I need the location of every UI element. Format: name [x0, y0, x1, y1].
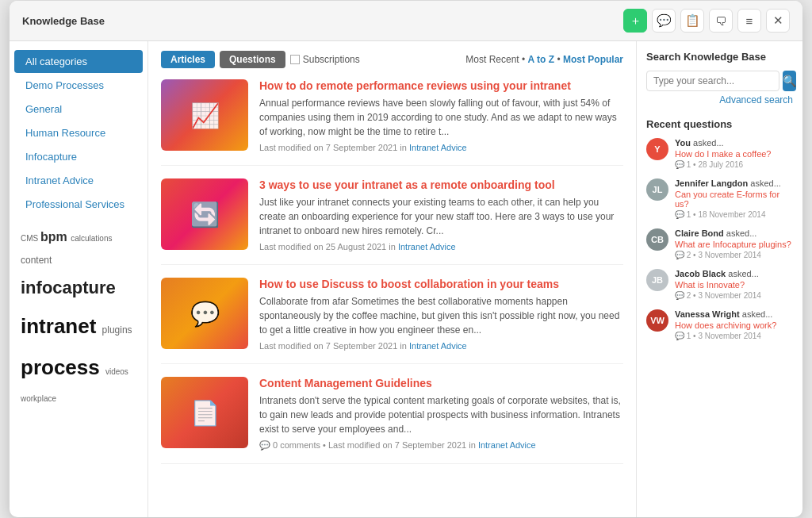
- tag-bpm[interactable]: bpm: [40, 230, 71, 244]
- question-asker: Jacob Black asked...: [675, 269, 793, 278]
- thumb-icon: 📄: [161, 377, 248, 448]
- article-title[interactable]: How to use Discuss to boost collaboratio…: [259, 278, 623, 290]
- list-button[interactable]: ≡: [737, 9, 761, 33]
- question-asker: Jennifer Langdon asked...: [675, 178, 793, 188]
- article-excerpt: Just like your intranet connects your ex…: [259, 195, 623, 238]
- search-input[interactable]: [646, 71, 779, 91]
- article-category-link[interactable]: Intranet Advice: [409, 341, 467, 351]
- subscriptions-checkbox[interactable]: [290, 55, 300, 64]
- chat-button[interactable]: 🗨: [709, 9, 733, 33]
- settings-button[interactable]: ✕: [766, 9, 790, 33]
- tag-content[interactable]: content: [21, 255, 52, 266]
- article-card: 💬 How to use Discuss to boost collaborat…: [161, 278, 623, 364]
- main-layout: All categories Demo Processes General Hu…: [10, 41, 802, 517]
- sort-popular[interactable]: Most Popular: [563, 54, 623, 65]
- tag-videos[interactable]: videos: [105, 367, 128, 376]
- article-title[interactable]: How to do remote performance reviews usi…: [259, 79, 623, 92]
- article-thumbnail: 📄: [161, 377, 248, 448]
- article-meta: Last modified on 7 September 2021 in Int…: [259, 341, 623, 351]
- article-category-link[interactable]: Intranet Advice: [478, 440, 536, 450]
- tag-cloud: CMS bpm calculations content infocapture…: [10, 217, 147, 416]
- article-body: 3 ways to use your intranet as a remote …: [259, 178, 623, 251]
- sidebar-item-general[interactable]: General: [14, 98, 143, 121]
- thumb-icon: 🔄: [161, 178, 248, 250]
- recent-questions-title: Recent questions: [646, 118, 793, 130]
- app-title: Knowledge Base: [22, 15, 105, 27]
- question-link[interactable]: Can you create E-forms for us?: [675, 190, 793, 209]
- question-link[interactable]: How do I make a coffee?: [675, 149, 793, 159]
- search-kb-title: Search Knowledge Base: [646, 51, 793, 63]
- article-title[interactable]: Content Management Guidelines: [259, 377, 623, 389]
- question-body: Jennifer Langdon asked... Can you create…: [675, 178, 793, 219]
- articles-list: 📈 How to do remote performance reviews u…: [161, 79, 623, 464]
- article-thumbnail: 💬: [161, 278, 248, 349]
- tag-plugins[interactable]: plugins: [102, 324, 132, 336]
- article-thumbnail: 🔄: [161, 178, 248, 250]
- avatar: JL: [646, 178, 668, 201]
- article-title[interactable]: 3 ways to use your intranet as a remote …: [259, 178, 623, 191]
- tag-cms[interactable]: CMS: [21, 234, 40, 243]
- thumb-icon: 💬: [161, 278, 248, 349]
- sidebar-item-intranet[interactable]: Intranet Advice: [14, 169, 143, 192]
- article-meta: Last modified on 7 September 2021 in Int…: [259, 143, 623, 152]
- tag-workplace[interactable]: workplace: [21, 394, 56, 403]
- article-card: 📄 Content Management Guidelines Intranet…: [161, 377, 623, 464]
- article-excerpt: Intranets don't serve the typical conten…: [259, 393, 623, 436]
- left-sidebar: All categories Demo Processes General Hu…: [10, 41, 148, 517]
- avatar: VW: [646, 309, 668, 332]
- add-button[interactable]: ＋: [623, 9, 647, 33]
- sidebar-item-all[interactable]: All categories: [14, 50, 143, 73]
- tag-process[interactable]: process: [21, 355, 105, 379]
- avatar: CB: [646, 228, 668, 251]
- question-asker: Vanessa Wright asked...: [675, 309, 793, 319]
- titlebar-icons: ＋ 💬 📋 🗨 ≡ ✕: [623, 9, 790, 33]
- sidebar-item-demo[interactable]: Demo Processes: [14, 74, 143, 97]
- question-meta: 💬 2 • 3 November 2014: [675, 291, 793, 300]
- copy-button[interactable]: 📋: [680, 9, 704, 33]
- thumb-icon: 📈: [161, 79, 248, 151]
- article-meta: 💬 0 comments • Last modified on 7 Septem…: [259, 440, 623, 451]
- question-link[interactable]: What are Infocapture plugins?: [675, 240, 793, 249]
- question-body: Jacob Black asked... What is Innovate? 💬…: [675, 269, 793, 300]
- right-sidebar: Search Knowledge Base 🔍 Advanced search …: [636, 41, 802, 517]
- comment-button[interactable]: 💬: [652, 9, 676, 33]
- sidebar-item-professional[interactable]: Professional Services: [14, 193, 143, 216]
- questions-tab[interactable]: Questions: [220, 51, 285, 68]
- questions-list: Y You asked... How do I make a coffee? 💬…: [646, 138, 793, 340]
- knowledge-base-window: Knowledge Base ＋ 💬 📋 🗨 ≡ ✕ All categorie…: [10, 1, 802, 517]
- question-item: JB Jacob Black asked... What is Innovate…: [646, 269, 793, 300]
- question-meta: 💬 1 • 18 November 2014: [675, 210, 793, 219]
- main-content: Articles Questions Subscriptions Most Re…: [148, 41, 636, 517]
- question-item: VW Vanessa Wright asked... How does arch…: [646, 309, 793, 340]
- question-item: JL Jennifer Langdon asked... Can you cre…: [646, 178, 793, 219]
- avatar: JB: [646, 269, 668, 291]
- article-category-link[interactable]: Intranet Advice: [398, 242, 456, 251]
- sort-links: Most Recent • A to Z • Most Popular: [465, 54, 623, 65]
- tag-calculations[interactable]: calculations: [71, 234, 112, 243]
- article-body: Content Management Guidelines Intranets …: [259, 377, 623, 451]
- question-meta: 💬 2 • 3 November 2014: [675, 251, 793, 259]
- article-meta: Last modified on 25 August 2021 in Intra…: [259, 242, 623, 251]
- tag-infocapture[interactable]: infocapture: [21, 278, 116, 297]
- content-toolbar: Articles Questions Subscriptions Most Re…: [161, 51, 623, 68]
- article-card: 🔄 3 ways to use your intranet as a remot…: [161, 178, 623, 265]
- titlebar: Knowledge Base ＋ 💬 📋 🗨 ≡ ✕: [10, 1, 802, 41]
- subscriptions-label: Subscriptions: [290, 54, 360, 65]
- question-body: Claire Bond asked... What are Infocaptur…: [675, 228, 793, 259]
- question-asker: You asked...: [675, 138, 793, 148]
- advanced-search-link[interactable]: Advanced search: [646, 94, 793, 106]
- sidebar-item-hr[interactable]: Human Resource: [14, 121, 143, 144]
- question-meta: 💬 1 • 3 November 2014: [675, 332, 793, 340]
- sort-atoz[interactable]: A to Z: [528, 54, 555, 65]
- question-link[interactable]: What is Innovate?: [675, 280, 793, 290]
- question-link[interactable]: How does archiving work?: [675, 320, 793, 330]
- articles-tab[interactable]: Articles: [161, 51, 215, 68]
- article-body: How to do remote performance reviews usi…: [259, 79, 623, 152]
- question-item: Y You asked... How do I make a coffee? 💬…: [646, 138, 793, 169]
- sidebar-item-infocapture[interactable]: Infocapture: [14, 145, 143, 168]
- tag-intranet[interactable]: intranet: [21, 314, 102, 338]
- article-category-link[interactable]: Intranet Advice: [409, 143, 467, 152]
- question-body: Vanessa Wright asked... How does archivi…: [675, 309, 793, 340]
- search-button[interactable]: 🔍: [783, 71, 796, 91]
- question-item: CB Claire Bond asked... What are Infocap…: [646, 228, 793, 259]
